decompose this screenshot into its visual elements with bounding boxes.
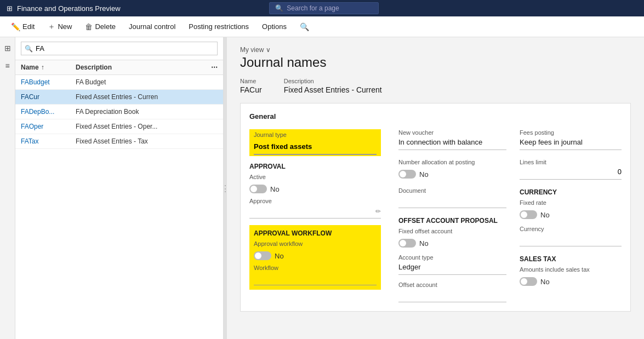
options-button[interactable]: Options: [257, 20, 292, 33]
posting-restrictions-button[interactable]: Posting restrictions: [183, 20, 254, 33]
account-type-value[interactable]: Ledger: [398, 263, 506, 275]
app-icon: ⊞: [7, 4, 13, 13]
amounts-include-toggle[interactable]: [520, 277, 537, 286]
filter-icon[interactable]: ⊞: [1, 42, 14, 55]
approve-field: Approve ✏: [249, 198, 381, 219]
currency-field: Currency: [520, 226, 622, 246]
journal-type-value: Post fixed assets: [254, 142, 312, 151]
amounts-include-toggle-wrap[interactable]: No: [520, 277, 622, 286]
journal-control-button[interactable]: Journal control: [123, 20, 181, 33]
row-name: FADepBo...: [21, 108, 76, 116]
offset-account-field: Offset account: [398, 281, 506, 302]
workflow-field: Workflow: [254, 265, 377, 285]
amounts-include-text: No: [540, 278, 550, 286]
toolbar: ✏️ Edit ＋ New 🗑 Delete Journal control P…: [0, 16, 644, 37]
active-toggle-wrap[interactable]: No: [249, 185, 381, 193]
offset-account-label: Offset account: [398, 281, 506, 288]
sort-icon: ↑: [41, 64, 44, 71]
amounts-include-field: Amounts include sales tax No: [520, 266, 622, 286]
new-button[interactable]: ＋ New: [42, 20, 77, 34]
new-voucher-value[interactable]: In connection with balance: [398, 138, 506, 150]
lines-limit-field: Lines limit 0: [520, 159, 622, 180]
fees-posting-label: Fees posting: [520, 129, 622, 136]
list-item[interactable]: FACur Fixed Asset Entries - Curren: [15, 90, 223, 105]
workflow-label: Workflow: [254, 265, 377, 271]
list-item[interactable]: FABudget FA Budget: [15, 75, 223, 90]
list-item[interactable]: FADepBo... FA Depreciation Book: [15, 105, 223, 119]
chevron-down-icon: ∨: [266, 46, 271, 54]
general-title: General: [249, 112, 622, 120]
col-desc-header: Description: [76, 64, 207, 71]
list-rows: FABudget FA Budget FACur Fixed Asset Ent…: [15, 75, 223, 339]
row-name: FACur: [21, 93, 76, 101]
list-header: Name ↑ Description ⋯: [15, 60, 223, 75]
approval-workflow-title: APPROVAL WORKFLOW: [254, 229, 377, 237]
row-desc: Fixed Asset Entries - Tax: [76, 137, 218, 145]
toolbar-search-icon: 🔍: [300, 22, 309, 31]
fixed-offset-text: No: [419, 239, 429, 248]
approval-workflow-toggle-wrap[interactable]: No: [254, 251, 377, 260]
row-desc: Fixed Asset Entries - Oper...: [76, 123, 218, 130]
row-desc: FA Depreciation Book: [76, 108, 218, 116]
fixed-rate-toggle[interactable]: [520, 210, 537, 219]
approval-workflow-toggle[interactable]: [254, 251, 271, 260]
toolbar-search-button[interactable]: 🔍: [294, 20, 315, 33]
list-item[interactable]: FAOper Fixed Asset Entries - Oper...: [15, 119, 223, 134]
title-search[interactable]: 🔍 Search for a page: [269, 2, 379, 14]
row-name: FATax: [21, 137, 76, 145]
col-menu-header[interactable]: ⋯: [207, 64, 218, 71]
general-section: General Journal type Post fixed assets: [240, 103, 631, 312]
delete-button[interactable]: 🗑 Delete: [79, 20, 121, 33]
name-value: FACur: [240, 85, 262, 94]
detail-panel: My view ∨ Journal names Name FACur Descr…: [227, 37, 644, 339]
menu-icon[interactable]: ≡: [1, 59, 14, 72]
approval-workflow-field: Approval workflow No: [254, 240, 377, 260]
resize-handle[interactable]: [224, 37, 227, 339]
journal-type-label: Journal type: [254, 131, 377, 138]
row-name: FABudget: [21, 78, 76, 86]
number-allocation-field: Number allocation at posting No: [398, 159, 506, 179]
list-item[interactable]: FATax Fixed Asset Entries - Tax: [15, 134, 223, 149]
name-field-group: Name FACur: [240, 78, 262, 94]
fixed-rate-toggle-wrap[interactable]: No: [520, 210, 622, 219]
title-bar: ⊞ Finance and Operations Preview 🔍 Searc…: [0, 0, 644, 16]
description-field-group: Description Fixed Asset Entries - Curren…: [284, 78, 382, 94]
delete-icon: 🗑: [85, 22, 93, 31]
offset-account-title: OFFSET ACCOUNT PROPOSAL: [398, 217, 506, 225]
fixed-offset-toggle-wrap[interactable]: No: [398, 239, 506, 248]
col-name-header[interactable]: Name ↑: [21, 64, 76, 71]
page-title: Journal names: [240, 55, 631, 70]
view-label[interactable]: My view ∨: [240, 46, 631, 54]
document-field: Document: [398, 187, 506, 208]
fees-posting-value[interactable]: Keep fees in journal: [520, 138, 622, 150]
active-field: Active No: [249, 174, 381, 193]
active-toggle[interactable]: [249, 185, 267, 193]
approve-label: Approve: [249, 198, 381, 204]
edit-icon[interactable]: ✏: [375, 208, 381, 215]
row-desc: FA Budget: [76, 78, 218, 86]
list-search-input[interactable]: [21, 42, 218, 55]
new-voucher-field: New voucher In connection with balance: [398, 129, 506, 150]
fixed-offset-toggle[interactable]: [398, 239, 416, 248]
name-label: Name: [240, 78, 262, 84]
list-panel: 🔍 Name ↑ Description ⋯ FABudget FA Budge…: [15, 37, 224, 339]
app-title: Finance and Operations Preview: [17, 4, 121, 13]
lines-limit-value: 0: [618, 168, 622, 176]
approval-workflow-text: No: [275, 252, 284, 260]
number-allocation-toggle-wrap[interactable]: No: [398, 170, 506, 179]
number-allocation-toggle[interactable]: [398, 170, 416, 179]
number-allocation-label: Number allocation at posting: [398, 159, 506, 165]
fees-posting-field: Fees posting Keep fees in journal: [520, 129, 622, 150]
sidebar-icons: ⊞ ≡: [0, 37, 15, 339]
row-name: FAOper: [21, 123, 76, 130]
edit-button[interactable]: ✏️ Edit: [5, 20, 40, 33]
search-icon: 🔍: [275, 4, 283, 12]
approval-section-title: APPROVAL: [249, 163, 381, 170]
fixed-offset-field: Fixed offset account No: [398, 228, 506, 248]
sales-tax-section-title: SALES TAX: [520, 255, 622, 263]
main-layout: ⊞ ≡ 🔍 Name ↑ Description ⋯ FABudget FA B…: [0, 37, 644, 339]
fixed-rate-label: Fixed rate: [520, 199, 622, 206]
list-search-area: 🔍: [15, 37, 223, 60]
fixed-offset-label: Fixed offset account: [398, 228, 506, 234]
fixed-rate-field: Fixed rate No: [520, 199, 622, 219]
